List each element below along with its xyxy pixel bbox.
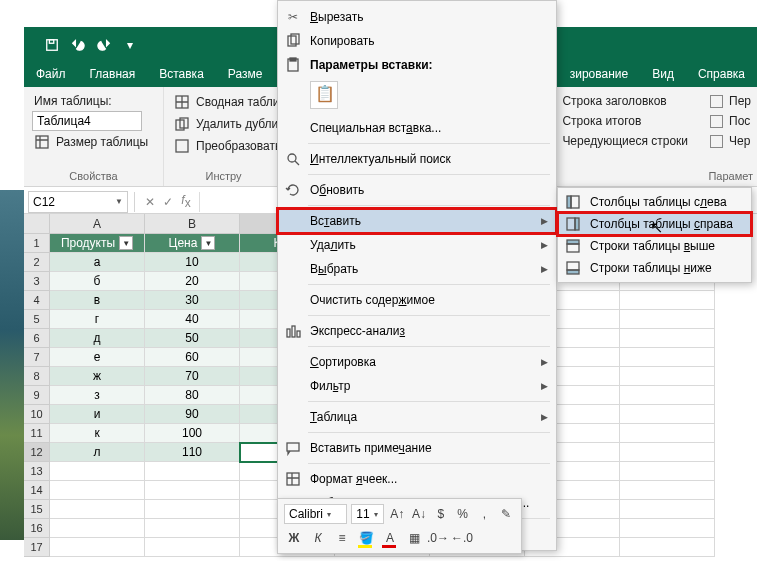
- table-cell[interactable]: г: [50, 310, 145, 329]
- menu-paste-special[interactable]: Специальная вставка...: [278, 116, 556, 140]
- table-cell[interactable]: в: [50, 291, 145, 310]
- table-cell[interactable]: ж: [50, 367, 145, 386]
- tab-home[interactable]: Главная: [78, 63, 148, 87]
- row-header[interactable]: 17: [24, 538, 50, 557]
- last-column-checkbox[interactable]: Пос: [708, 111, 753, 131]
- row-header[interactable]: 4: [24, 291, 50, 310]
- font-color-icon[interactable]: A: [380, 528, 400, 548]
- cancel-icon[interactable]: ✕: [141, 195, 159, 209]
- undo-icon[interactable]: [70, 37, 86, 53]
- menu-copy[interactable]: Копировать: [278, 29, 556, 53]
- select-all-corner[interactable]: [24, 214, 50, 234]
- submenu-columns-left[interactable]: Столбцы таблицы слева: [558, 191, 751, 213]
- enter-icon[interactable]: ✓: [159, 195, 177, 209]
- tab-review-tail[interactable]: зирование: [558, 63, 640, 87]
- tab-file[interactable]: Файл: [24, 63, 78, 87]
- table-cell[interactable]: 30: [145, 291, 240, 310]
- table-cell[interactable]: б: [50, 272, 145, 291]
- menu-select[interactable]: Выбрать▶: [278, 257, 556, 281]
- increase-font-icon[interactable]: A↑: [388, 504, 406, 524]
- italic-button[interactable]: К: [308, 528, 328, 548]
- submenu-rows-below[interactable]: Строки таблицы ниже: [558, 257, 751, 279]
- table-cell[interactable]: з: [50, 386, 145, 405]
- table-cell[interactable]: а: [50, 253, 145, 272]
- banded-rows-checkbox[interactable]: ✓Чередующиеся строки: [541, 131, 690, 151]
- menu-smart-lookup[interactable]: Интеллектуальный поиск: [278, 147, 556, 171]
- row-header[interactable]: 7: [24, 348, 50, 367]
- row-header[interactable]: 6: [24, 329, 50, 348]
- table-cell[interactable]: 10: [145, 253, 240, 272]
- row-header[interactable]: 9: [24, 386, 50, 405]
- fx-icon[interactable]: fx: [177, 193, 195, 210]
- row-header[interactable]: 2: [24, 253, 50, 272]
- convert-range-button[interactable]: Преобразовать в: [172, 135, 275, 157]
- table-cell[interactable]: д: [50, 329, 145, 348]
- row-header[interactable]: 11: [24, 424, 50, 443]
- table-header[interactable]: Цена▼: [145, 234, 240, 253]
- paste-option-default[interactable]: [310, 81, 338, 109]
- redo-icon[interactable]: [96, 37, 112, 53]
- row-header[interactable]: 16: [24, 519, 50, 538]
- banded-columns-checkbox[interactable]: Чер: [708, 131, 753, 151]
- menu-delete[interactable]: Удалить▶: [278, 233, 556, 257]
- table-cell[interactable]: 40: [145, 310, 240, 329]
- name-box[interactable]: C12▼: [28, 191, 128, 213]
- table-cell[interactable]: 20: [145, 272, 240, 291]
- header-row-checkbox[interactable]: ✓Строка заголовков: [541, 91, 690, 111]
- paste-options[interactable]: [278, 77, 556, 116]
- row-header[interactable]: 12: [24, 443, 50, 462]
- tab-layout-partial[interactable]: Разме: [216, 63, 275, 87]
- table-cell[interactable]: к: [50, 424, 145, 443]
- tab-insert[interactable]: Вставка: [147, 63, 216, 87]
- decrease-font-icon[interactable]: A↓: [410, 504, 428, 524]
- row-headers[interactable]: 1234567891011121314151617: [24, 234, 50, 557]
- tab-view[interactable]: Вид: [640, 63, 686, 87]
- menu-sort[interactable]: Сортировка▶: [278, 350, 556, 374]
- menu-insert-comment[interactable]: Вставить примечание: [278, 436, 556, 460]
- align-center-icon[interactable]: ≡: [332, 528, 352, 548]
- row-header[interactable]: 13: [24, 462, 50, 481]
- row-header[interactable]: 8: [24, 367, 50, 386]
- resize-table-button[interactable]: Размер таблицы: [32, 131, 155, 153]
- row-header[interactable]: 14: [24, 481, 50, 500]
- table-cell[interactable]: 90: [145, 405, 240, 424]
- decrease-decimal-icon[interactable]: ←.0: [452, 528, 472, 548]
- total-row-checkbox[interactable]: Строка итогов: [541, 111, 690, 131]
- table-cell[interactable]: и: [50, 405, 145, 424]
- format-painter-icon[interactable]: ✎: [497, 504, 515, 524]
- table-cell[interactable]: 80: [145, 386, 240, 405]
- row-header[interactable]: 5: [24, 310, 50, 329]
- row-header[interactable]: 3: [24, 272, 50, 291]
- menu-insert[interactable]: Вставить▶: [278, 209, 556, 233]
- filter-dropdown-icon[interactable]: ▼: [119, 236, 133, 250]
- first-column-checkbox[interactable]: Пер: [708, 91, 753, 111]
- table-cell[interactable]: 50: [145, 329, 240, 348]
- accounting-format-icon[interactable]: $: [432, 504, 450, 524]
- menu-table[interactable]: Таблица▶: [278, 405, 556, 429]
- submenu-columns-right[interactable]: Столбцы таблицы справа: [558, 213, 751, 235]
- menu-quick-analysis[interactable]: Экспресс-анализ: [278, 319, 556, 343]
- menu-format-cells[interactable]: Формат ячеек...: [278, 467, 556, 491]
- table-cell[interactable]: 110: [145, 443, 240, 462]
- table-cell[interactable]: е: [50, 348, 145, 367]
- table-cell[interactable]: 60: [145, 348, 240, 367]
- row-header[interactable]: 1: [24, 234, 50, 253]
- menu-filter[interactable]: Фильтр▶: [278, 374, 556, 398]
- row-header[interactable]: 15: [24, 500, 50, 519]
- menu-cut[interactable]: ✂Вырезать: [278, 5, 556, 29]
- table-header[interactable]: Продукты▼: [50, 234, 145, 253]
- table-cell[interactable]: 100: [145, 424, 240, 443]
- remove-duplicates-button[interactable]: Удалить дублика: [172, 113, 275, 135]
- increase-decimal-icon[interactable]: .0→: [428, 528, 448, 548]
- font-combo[interactable]: Calibri▾: [284, 504, 347, 524]
- font-size-combo[interactable]: 11▾: [351, 504, 384, 524]
- menu-clear-contents[interactable]: Очистить содержимое: [278, 288, 556, 312]
- save-icon[interactable]: [44, 37, 60, 53]
- submenu-rows-above[interactable]: Строки таблицы выше: [558, 235, 751, 257]
- fill-color-icon[interactable]: 🪣: [356, 528, 376, 548]
- customize-qat-icon[interactable]: ▾: [122, 37, 138, 53]
- tab-help[interactable]: Справка: [686, 63, 757, 87]
- filter-dropdown-icon[interactable]: ▼: [201, 236, 215, 250]
- table-name-input[interactable]: [32, 111, 142, 131]
- bold-button[interactable]: Ж: [284, 528, 304, 548]
